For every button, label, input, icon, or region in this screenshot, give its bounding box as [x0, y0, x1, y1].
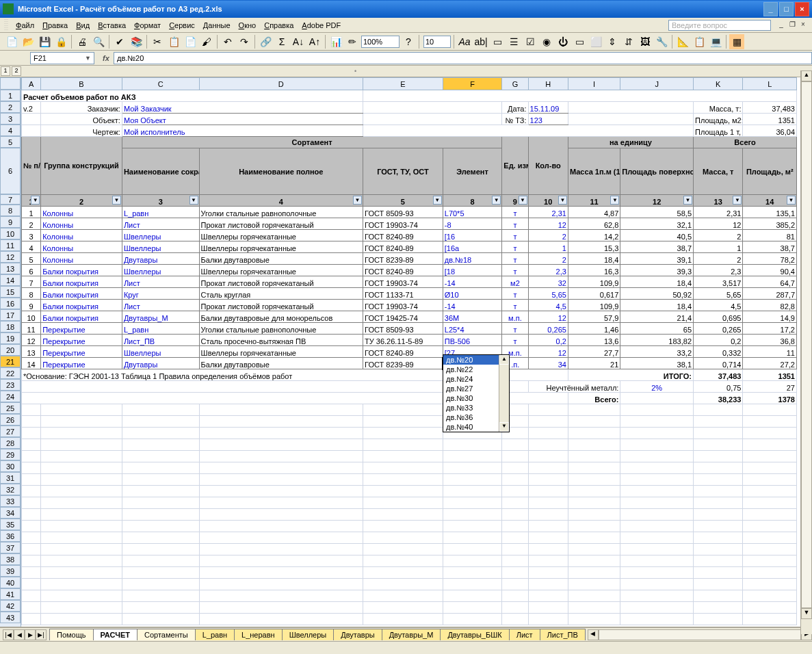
filter-dropdown-button[interactable]: ▼ [610, 196, 619, 205]
filter-cell[interactable]: 3▼ [122, 195, 199, 207]
table-row[interactable]: 3КолонныШвеллерыШвеллеры горячекатанныеГ… [22, 230, 797, 241]
table-row[interactable]: 6Балки покрытияШвеллерыШвеллеры горячека… [22, 265, 797, 276]
code-button[interactable]: 💻 [708, 34, 723, 49]
preview-button[interactable]: 🔍 [91, 34, 106, 49]
mdi-minimize-button[interactable]: _ [776, 21, 786, 30]
scroll-down-button[interactable]: ▼ [499, 422, 509, 432]
scroll-left-button[interactable]: ◀ [588, 629, 599, 640]
table-row[interactable]: 2КолонныЛистПрокат листовой горячекатаны… [22, 218, 797, 230]
filter-dropdown-button[interactable]: ▼ [112, 196, 121, 205]
autosum-button[interactable]: Σ [274, 34, 289, 49]
row-header[interactable]: 6 [0, 148, 21, 194]
dropdown-scrollbar[interactable]: ▲ ▼ [499, 355, 509, 432]
row-header[interactable]: 29 [0, 449, 21, 460]
tab-first-button[interactable]: |◀ [3, 629, 14, 640]
row-header[interactable]: 23 [0, 379, 21, 391]
row-header[interactable]: 19 [0, 332, 21, 344]
row-header[interactable]: 36 [0, 530, 21, 542]
chart-button[interactable]: 📊 [328, 34, 343, 49]
combobox-button[interactable]: ▭ [490, 34, 505, 49]
menu-справка[interactable]: Справка [260, 20, 298, 31]
new-button[interactable]: 📄 [4, 34, 19, 49]
row-header[interactable]: 33 [0, 495, 21, 507]
col-header[interactable]: E [363, 78, 443, 90]
menu-окно[interactable]: Окно [235, 20, 261, 31]
filter-dropdown-button[interactable]: ▼ [683, 196, 692, 205]
table-row[interactable]: 1КолонныL_равнУголки стальные равнополоч… [22, 207, 797, 218]
row-header[interactable]: 25 [0, 402, 21, 414]
col-header[interactable]: C [122, 78, 199, 90]
button-button[interactable]: ⬜ [588, 34, 603, 49]
design-mode-button[interactable]: 📐 [675, 34, 690, 49]
row-header[interactable]: 27 [0, 426, 21, 437]
col-header[interactable]: J [620, 78, 694, 90]
name-box[interactable]: F21▼ [30, 52, 94, 64]
menu-правка[interactable]: Правка [38, 20, 72, 31]
sheet-tab[interactable]: Помощь [49, 629, 94, 640]
filter-dropdown-button[interactable]: ▼ [353, 196, 362, 205]
row-header[interactable]: 13 [0, 263, 21, 274]
paste-button[interactable]: 📄 [183, 34, 198, 49]
table-row[interactable]: 11ПерекрытиеL_равнУголки стальные равноп… [22, 323, 797, 335]
maximize-button[interactable]: □ [779, 2, 794, 16]
col-header[interactable]: H [528, 78, 568, 90]
select-all-corner[interactable] [0, 77, 21, 90]
row-header[interactable]: 28 [0, 437, 21, 449]
textbox-button[interactable]: ab| [473, 34, 488, 49]
row-header[interactable]: 11 [0, 239, 21, 251]
menu-файл[interactable]: Файл [12, 20, 38, 31]
table-row[interactable]: 13ПерекрытиеШвеллерыШвеллеры горячекатан… [22, 346, 797, 358]
scroll-up-button[interactable]: ▲ [801, 70, 812, 81]
col-header[interactable]: G [502, 78, 528, 90]
tab-last-button[interactable]: ▶| [36, 629, 47, 640]
label-button[interactable]: Aa [457, 34, 472, 49]
sort-asc-button[interactable]: A↓ [291, 34, 306, 49]
option-button[interactable]: ◉ [539, 34, 554, 49]
row-header[interactable]: 30 [0, 460, 21, 472]
outline-level-2[interactable]: 2 [12, 66, 21, 76]
sort-desc-button[interactable]: A↑ [307, 34, 322, 49]
more-controls-button[interactable]: 🔧 [654, 34, 669, 49]
mdi-close-button[interactable]: × [798, 21, 808, 30]
filter-dropdown-button[interactable]: ▼ [519, 196, 527, 205]
sheet-tab[interactable]: Лист_ПВ [540, 629, 586, 640]
format-painter-button[interactable]: 🖌 [199, 34, 214, 49]
row-header[interactable]: 35 [0, 519, 21, 530]
row-header[interactable]: 20 [0, 344, 21, 356]
filter-dropdown-button[interactable]: ▼ [733, 196, 742, 205]
toggle-button[interactable]: ⏻ [555, 34, 571, 49]
table-row[interactable]: 4КолонныШвеллерыШвеллеры горячекатанныеГ… [22, 241, 797, 253]
row-header[interactable]: 10 [0, 228, 21, 239]
table-row[interactable]: 12ПерекрытиеЛист_ПВСталь просечно-вытяжн… [22, 335, 797, 346]
filter-dropdown-button[interactable]: ▼ [31, 196, 40, 205]
row-header[interactable]: 15 [0, 286, 21, 298]
filter-cell[interactable]: 9▼ [502, 195, 528, 207]
table-row[interactable]: 5КолонныДвутаврыБалки двутавровыеГОСТ 82… [22, 253, 797, 265]
row-header[interactable]: 38 [0, 553, 21, 565]
tab-prev-button[interactable]: ◀ [14, 629, 25, 640]
cell[interactable]: Расчет объемов работ по АКЗ [22, 90, 363, 102]
minimize-button[interactable]: _ [763, 2, 778, 16]
sheet-tab[interactable]: Лист [509, 629, 540, 640]
filter-dropdown-button[interactable]: ▼ [787, 196, 796, 205]
row-header[interactable]: 41 [0, 588, 21, 600]
row-header[interactable]: 40 [0, 577, 21, 588]
table-row[interactable]: 8Балки покрытияКругСталь круглаяГОСТ 113… [22, 288, 797, 300]
col-header[interactable]: I [568, 78, 620, 90]
sheet-tab[interactable]: Сортаменты [137, 629, 196, 640]
row-header[interactable]: 1 [0, 90, 21, 101]
listbox-button[interactable]: ☰ [506, 34, 521, 49]
print-button[interactable]: 🖨 [75, 34, 90, 49]
row-header[interactable]: 26 [0, 414, 21, 426]
filter-cell[interactable]: 12▼ [620, 195, 694, 207]
sheet-tab[interactable]: Двутавры [333, 629, 382, 640]
row-header[interactable]: 16 [0, 298, 21, 309]
sheet-tab[interactable]: Швеллеры [282, 629, 335, 640]
filter-cell[interactable]: 5▼ [363, 195, 443, 207]
permission-button[interactable]: 🔒 [53, 34, 68, 49]
hyperlink-button[interactable]: 🔗 [258, 34, 273, 49]
sheet-tab[interactable]: Двутавры_М [382, 629, 441, 640]
chevron-down-icon[interactable]: ▼ [85, 55, 91, 62]
scroll-down-button[interactable]: ▼ [801, 608, 812, 619]
spellcheck-button[interactable]: ✔ [112, 34, 127, 49]
